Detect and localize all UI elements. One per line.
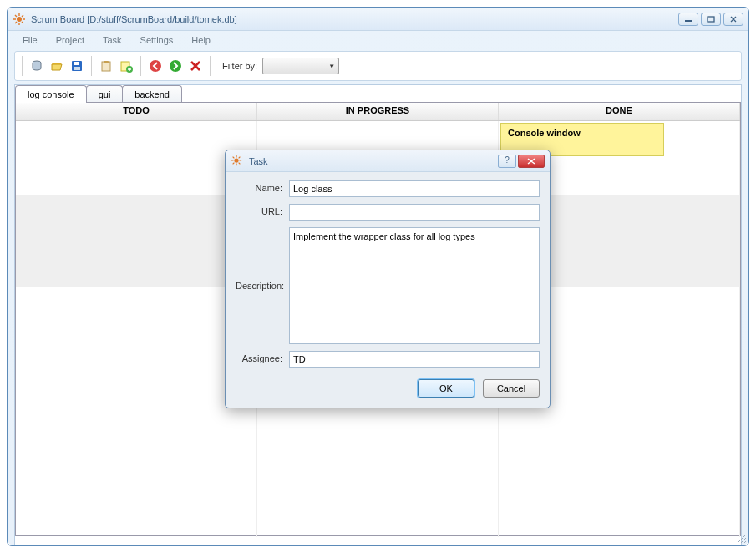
tab-gui[interactable]: gui xyxy=(86,85,124,103)
menu-help[interactable]: Help xyxy=(183,33,219,47)
column-done: DONE xyxy=(499,103,740,120)
column-inprogress: IN PROGRESS xyxy=(257,103,499,120)
folder-open-icon[interactable] xyxy=(49,58,64,74)
svg-rect-6 xyxy=(74,67,80,70)
board-header: TODO IN PROGRESS DONE xyxy=(16,103,740,121)
menu-settings[interactable]: Settings xyxy=(132,33,182,47)
menu-file[interactable]: File xyxy=(14,33,46,47)
description-label: Description: xyxy=(236,227,289,291)
svg-rect-1 xyxy=(685,20,692,22)
url-label: URL: xyxy=(236,204,289,216)
minimize-button[interactable] xyxy=(678,13,698,26)
description-textarea[interactable] xyxy=(289,227,540,344)
app-icon xyxy=(231,155,244,168)
main-window: Scrum Board [D:/stuff/ScrumBoard/build/t… xyxy=(7,7,749,546)
url-input[interactable] xyxy=(289,204,540,221)
window-controls xyxy=(678,13,743,26)
tab-backend[interactable]: backend xyxy=(122,85,182,103)
tab-log-console[interactable]: log console xyxy=(15,85,87,103)
maximize-button[interactable] xyxy=(701,13,721,26)
delete-icon[interactable] xyxy=(188,58,203,74)
back-icon[interactable] xyxy=(148,58,163,74)
ok-button[interactable]: OK xyxy=(418,379,474,398)
toolbar-separator xyxy=(140,56,141,76)
resize-grip[interactable] xyxy=(735,532,747,544)
dialog-close-button[interactable] xyxy=(518,155,545,168)
main-titlebar[interactable]: Scrum Board [D:/stuff/ScrumBoard/build/t… xyxy=(8,8,748,31)
column-todo: TODO xyxy=(16,103,257,120)
svg-point-13 xyxy=(234,158,238,162)
database-icon[interactable] xyxy=(29,58,44,74)
tabs: log console gui backend xyxy=(15,84,741,102)
name-label: Name: xyxy=(236,180,289,193)
dialog-buttons: OK Cancel xyxy=(226,376,550,406)
assignee-input[interactable] xyxy=(289,351,540,368)
toolbar: Filter by: ▼ xyxy=(14,51,742,81)
dialog-controls: ? xyxy=(498,155,545,168)
cancel-button[interactable]: Cancel xyxy=(483,379,540,398)
dialog-body: Name: URL: Description: Assignee: xyxy=(226,172,550,376)
svg-rect-5 xyxy=(74,62,79,65)
col-todo[interactable] xyxy=(16,121,257,537)
name-input[interactable] xyxy=(289,180,540,197)
svg-rect-2 xyxy=(708,17,714,22)
close-button[interactable] xyxy=(723,13,743,26)
filter-combo[interactable]: ▼ xyxy=(262,58,339,74)
svg-point-12 xyxy=(170,60,181,72)
chevron-down-icon: ▼ xyxy=(328,63,335,70)
filter-label: Filter by: xyxy=(222,61,257,71)
svg-rect-8 xyxy=(104,61,109,63)
main-title: Scrum Board [D:/stuff/ScrumBoard/build/t… xyxy=(31,14,678,24)
forward-icon[interactable] xyxy=(168,58,183,74)
menubar: File Project Task Settings Help xyxy=(8,31,748,49)
menu-project[interactable]: Project xyxy=(48,33,93,47)
svg-point-0 xyxy=(17,17,22,22)
card-title: Console window xyxy=(508,128,657,138)
clipboard-icon[interactable] xyxy=(99,58,114,74)
toolbar-separator xyxy=(22,56,23,76)
task-dialog: Task ? Name: URL: Description: Assignee: xyxy=(225,150,551,408)
svg-point-11 xyxy=(150,60,161,72)
app-icon xyxy=(13,13,26,26)
menu-task[interactable]: Task xyxy=(94,33,130,47)
assignee-label: Assignee: xyxy=(236,351,289,363)
help-button[interactable]: ? xyxy=(498,155,516,168)
dialog-titlebar[interactable]: Task ? xyxy=(226,150,550,172)
toolbar-separator xyxy=(210,56,211,76)
save-icon[interactable] xyxy=(69,58,84,74)
dialog-title: Task xyxy=(249,156,498,166)
toolbar-separator xyxy=(91,56,92,76)
note-add-icon[interactable] xyxy=(119,58,134,74)
